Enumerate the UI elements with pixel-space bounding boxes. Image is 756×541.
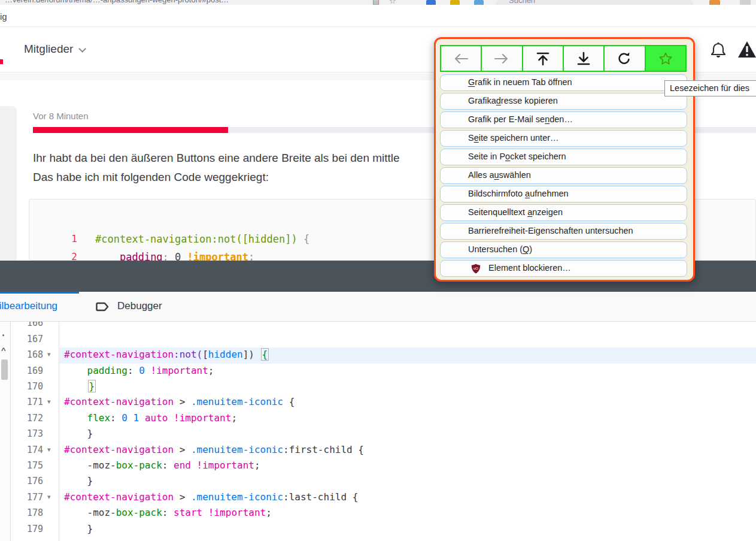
editor-line[interactable]: 173 }: [0, 427, 756, 443]
context-menu-item[interactable]: Seitenquelltext anzeigen: [440, 204, 687, 221]
editor-line-source[interactable]: }: [64, 475, 93, 486]
arrow-down-to-bar-icon: [576, 52, 591, 66]
editor-line[interactable]: 168▾#context-navigation:not([hidden]) {: [0, 347, 756, 364]
editor-line-source[interactable]: #context-navigation > .menuitem-iconic {: [64, 396, 294, 407]
scroll-to-top-button[interactable]: [522, 45, 564, 72]
tab-debugger[interactable]: Debugger: [117, 300, 162, 312]
extension-icon[interactable]: [450, 0, 460, 5]
save-page-button[interactable]: [563, 45, 605, 72]
progress-fill: [33, 127, 228, 133]
editor-line[interactable]: 170 }: [0, 379, 756, 395]
extension-icon[interactable]: [474, 0, 484, 5]
editor-line-source[interactable]: }: [64, 523, 93, 534]
editor-line-source[interactable]: }: [64, 428, 93, 439]
editor-line-source[interactable]: flex: 0 1 auto !important;: [64, 412, 237, 424]
context-menu-item[interactable]: Untersuchen (Q): [440, 241, 687, 258]
debugger-tag-icon: [96, 300, 110, 313]
code-line: #context-navigation:not([hidden]) {: [95, 233, 309, 245]
editor-line[interactable]: 169 padding: 0 !important;: [0, 364, 756, 380]
context-menu-item[interactable]: Seite in Pocket speichern: [440, 149, 687, 165]
line-number: 174: [11, 445, 43, 455]
nav-mitglieder-label: Mitglieder: [24, 43, 73, 55]
line-number: 172: [11, 413, 43, 424]
post-paragraph-line2: Das habe ich mit folgenden Code weggekri…: [33, 171, 269, 184]
editor-line-background: [59, 379, 756, 395]
editor-line[interactable]: 177▾#context-navigation > .menuitem-icon…: [0, 490, 756, 506]
page-background-column: [0, 106, 17, 261]
context-menu-item[interactable]: Barrierefreiheit-Eigenschaften untersuch…: [440, 223, 687, 240]
editor-line-background: [59, 427, 756, 443]
editor-line[interactable]: 172 flex: 0 1 auto !important;: [0, 411, 756, 427]
reader-mode-icon[interactable]: ▤: [372, 0, 379, 5]
back-arrow-icon: [453, 53, 469, 65]
line-number: 175: [11, 460, 43, 471]
line-number: 168: [11, 349, 43, 360]
fold-arrow-icon[interactable]: ▾: [47, 398, 51, 406]
editor-line[interactable]: 171▾#context-navigation > .menuitem-icon…: [0, 395, 756, 411]
star-icon: [658, 52, 673, 66]
tab-style-editor[interactable]: tilbearbeitung: [0, 300, 57, 312]
editor-line-source[interactable]: #context-navigation > .menuitem-iconic:l…: [64, 491, 358, 503]
line-number: 171: [11, 397, 43, 407]
browser-urlbar-strip[interactable]: …verein.de/forum/thema/…-anpassungen-weg…: [0, 0, 756, 5]
menu-icon[interactable]: [740, 0, 751, 5]
editor-line[interactable]: 178 -moz-box-pack: start !important;: [0, 506, 756, 522]
bookmark-item[interactable]: ig: [0, 11, 7, 22]
scroll-up-icon[interactable]: ^: [1, 346, 6, 355]
devtools-tabbar: tilbearbeitung Debugger: [0, 292, 756, 322]
fold-arrow-icon[interactable]: ▾: [47, 350, 51, 358]
editor-line-source[interactable]: -moz-box-pack: start !important;: [64, 507, 272, 518]
bookmarks-toolbar: ig: [0, 5, 756, 27]
bookmark-page-button[interactable]: [645, 45, 687, 72]
editor-line-background: [59, 522, 756, 538]
editor-line[interactable]: 175 -moz-box-pack: end !important;: [0, 458, 756, 474]
editor-line-source[interactable]: padding: 0 !important;: [64, 365, 214, 376]
svg-text:uO: uO: [473, 267, 478, 270]
url-text[interactable]: …verein.de/forum/thema/…-anpassungen-weg…: [5, 0, 229, 4]
editor-line[interactable]: 179 }: [0, 522, 756, 538]
editor-line[interactable]: 166: [0, 322, 756, 332]
context-menu-item[interactable]: Grafik per E-Mail senden…: [440, 111, 687, 128]
fold-arrow-icon[interactable]: ▾: [47, 446, 51, 454]
post-timestamp: Vor 8 Minuten: [33, 111, 89, 121]
editor-line-background: [59, 332, 756, 348]
editor-line-source[interactable]: #context-navigation:not([hidden]) {: [64, 349, 269, 360]
warning-triangle-icon[interactable]: [737, 41, 756, 59]
line-number: 173: [11, 428, 43, 439]
code-line-number: 1: [56, 233, 77, 244]
editor-line-source[interactable]: -moz-box-pack: end !important;: [64, 460, 260, 471]
editor-line[interactable]: 174▾#context-navigation > .menuitem-icon…: [0, 443, 756, 459]
fold-arrow-icon[interactable]: ▾: [47, 493, 51, 501]
line-number: 179: [11, 524, 43, 534]
editor-line-source[interactable]: #context-navigation > .menuitem-iconic:f…: [64, 444, 364, 455]
bell-icon[interactable]: [710, 42, 727, 60]
editor-line[interactable]: 167: [0, 332, 756, 348]
bookmark-tooltip: Lesezeichen für dies: [664, 80, 756, 96]
editor-line-background: [59, 474, 756, 490]
account-icon[interactable]: [709, 0, 720, 5]
strip-dot: [2, 334, 4, 336]
context-menu-toolbar: [440, 45, 687, 72]
reload-button[interactable]: [603, 45, 645, 72]
line-number: 177: [11, 492, 43, 503]
bookmark-star-icon[interactable]: ☆: [389, 0, 396, 5]
context-menu-item[interactable]: Seite speichern unter…: [440, 130, 687, 147]
back-button[interactable]: [440, 45, 482, 72]
scrollbar-thumb[interactable]: [1, 359, 8, 380]
gutter-separator: [59, 322, 59, 541]
search-placeholder: Suchen: [509, 0, 535, 5]
active-tab-indicator: [0, 292, 79, 294]
context-menu-item[interactable]: Bildschirmfoto aufnehmen: [440, 186, 687, 203]
context-menu-item[interactable]: Grafik in neuem Tab öffnen: [440, 74, 687, 91]
editor-line-source[interactable]: }: [64, 380, 96, 392]
forward-button[interactable]: [481, 45, 523, 72]
accent-notch: [0, 59, 3, 64]
line-number: 169: [11, 365, 43, 376]
nav-mitglieder[interactable]: Mitglieder: [24, 43, 84, 56]
post-paragraph-line1: Ihr habt da bei den äußeren Buttons eine…: [33, 152, 400, 165]
context-menu-item[interactable]: Grafikadresse kopieren: [440, 93, 687, 110]
style-editor-source[interactable]: 166167168▾#context-navigation:not([hidde…: [0, 322, 756, 541]
editor-line[interactable]: 176 }: [0, 474, 756, 490]
extension-icon[interactable]: [426, 0, 436, 5]
context-menu-item[interactable]: Alles auswählen: [440, 167, 687, 184]
